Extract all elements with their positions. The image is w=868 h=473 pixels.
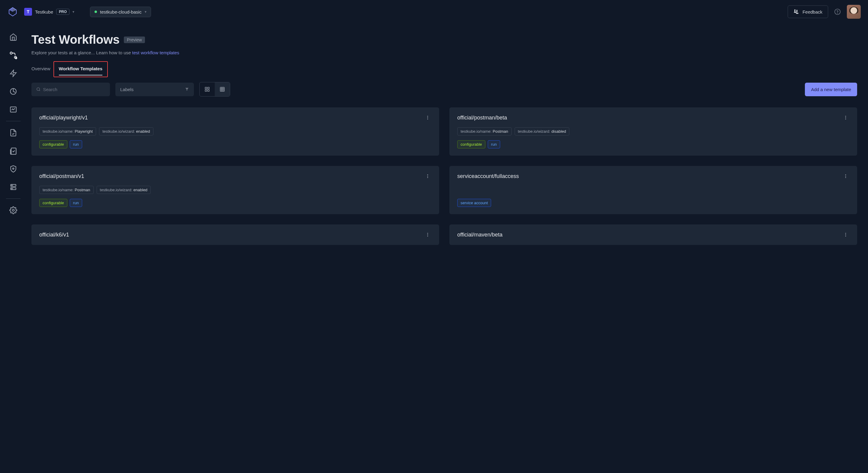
env-selector[interactable]: testkube-cloud-basic ▾ <box>90 7 151 17</box>
svg-point-34 <box>845 119 846 120</box>
search-input[interactable] <box>43 87 105 92</box>
app-header: T Testkube PRO ▾ testkube-cloud-basic ▾ … <box>0 0 868 24</box>
info-tag: testkube.io/name: Postman <box>39 186 94 194</box>
svg-point-17 <box>12 209 14 211</box>
status-tag: run <box>70 199 82 207</box>
info-tag: testkube.io/name: Postman <box>457 127 512 135</box>
svg-point-15 <box>12 185 12 186</box>
templates-link[interactable]: test workflow templates <box>132 50 179 55</box>
template-card[interactable]: official/playwright/v1testkube.io/name: … <box>31 107 439 156</box>
svg-rect-20 <box>205 87 207 89</box>
info-tag: testkube.io/name: Playwright <box>39 127 96 135</box>
card-menu-icon[interactable] <box>842 114 849 122</box>
cards-grid: official/playwright/v1testkube.io/name: … <box>31 107 857 245</box>
org-badge: T <box>24 8 32 16</box>
svg-point-6 <box>10 52 12 54</box>
svg-point-12 <box>13 168 14 169</box>
search-box[interactable] <box>31 83 110 96</box>
app-logo[interactable] <box>7 6 18 17</box>
svg-point-46 <box>845 236 846 236</box>
labels-select[interactable]: Labels <box>115 83 194 96</box>
page-subtitle: Explore your tests at a glance... Learn … <box>31 50 857 55</box>
tab-workflow-templates[interactable]: Workflow Templates <box>59 64 102 75</box>
status-dot-icon <box>95 10 97 13</box>
help-icon[interactable] <box>834 8 841 15</box>
sidebar-workflows[interactable]: + <box>9 51 18 60</box>
sidebar-divider <box>6 121 21 121</box>
sidebar-insights[interactable] <box>9 105 18 114</box>
svg-point-39 <box>845 176 846 177</box>
card-menu-icon[interactable] <box>424 114 431 122</box>
sidebar-home[interactable] <box>9 33 18 41</box>
status-tag: service account <box>457 199 491 207</box>
labels-placeholder: Labels <box>120 87 133 92</box>
svg-point-16 <box>12 188 12 189</box>
add-template-button[interactable]: Add a new template <box>805 83 857 96</box>
tabs: Overview Workflow Templates <box>31 64 857 75</box>
svg-point-29 <box>427 116 428 117</box>
svg-point-36 <box>427 176 428 177</box>
sidebar-settings[interactable] <box>9 206 18 214</box>
chevron-down-icon: ▾ <box>145 10 147 14</box>
svg-point-31 <box>427 119 428 120</box>
card-title: official/k6/v1 <box>39 232 69 238</box>
sidebar-tests[interactable] <box>9 129 18 137</box>
svg-point-37 <box>427 177 428 178</box>
info-tag: testkube.io/wizard: enabled <box>97 186 151 194</box>
feedback-button[interactable]: Feedback <box>788 5 828 18</box>
env-name: testkube-cloud-basic <box>100 9 142 14</box>
filters-row: Labels Add a new template <box>31 82 857 97</box>
svg-point-18 <box>37 88 40 91</box>
sidebar-sources[interactable] <box>9 183 18 191</box>
page-title: Test Workflows <box>31 33 120 46</box>
svg-rect-21 <box>208 87 209 89</box>
svg-point-41 <box>427 233 428 234</box>
org-selector[interactable]: T Testkube PRO ▾ <box>23 7 75 17</box>
tab-overview[interactable]: Overview <box>31 64 51 75</box>
svg-rect-0 <box>794 9 795 12</box>
svg-rect-24 <box>220 87 224 92</box>
sidebar-analytics[interactable] <box>9 87 18 96</box>
card-menu-icon[interactable] <box>842 232 849 239</box>
svg-point-38 <box>845 174 846 175</box>
feedback-label: Feedback <box>803 9 823 14</box>
svg-point-40 <box>845 177 846 178</box>
card-title: official/playwright/v1 <box>39 114 88 121</box>
info-tag: testkube.io/wizard: enabled <box>99 127 153 135</box>
svg-point-32 <box>845 116 846 117</box>
grid-view-button[interactable] <box>199 82 215 96</box>
svg-point-42 <box>427 234 428 235</box>
card-title: official/maven/beta <box>457 232 502 238</box>
user-avatar[interactable] <box>847 5 861 19</box>
status-tag: configurable <box>39 199 67 207</box>
svg-point-43 <box>427 236 428 236</box>
status-tag: configurable <box>457 140 485 148</box>
org-name: Testkube <box>35 9 53 14</box>
filter-icon <box>185 87 189 92</box>
sidebar-triggers[interactable] <box>9 69 18 77</box>
svg-rect-2 <box>794 12 797 13</box>
svg-point-35 <box>427 174 428 175</box>
svg-marker-10 <box>10 70 16 77</box>
svg-text:+: + <box>16 57 17 60</box>
sidebar-testsuites[interactable] <box>9 146 18 155</box>
card-menu-icon[interactable] <box>842 173 849 180</box>
slack-icon <box>794 9 800 15</box>
svg-point-45 <box>845 234 846 235</box>
card-title: official/postman/beta <box>457 114 507 121</box>
view-toggle <box>199 82 230 97</box>
sidebar-security[interactable] <box>9 165 18 173</box>
main-content: Test Workflows Preview Explore your test… <box>27 24 868 245</box>
sidebar: + <box>0 24 27 245</box>
svg-rect-3 <box>796 13 798 13</box>
template-card[interactable]: official/postman/v1testkube.io/name: Pos… <box>31 166 439 214</box>
card-menu-icon[interactable] <box>424 232 431 239</box>
template-card[interactable]: official/k6/v1 <box>31 225 439 245</box>
card-menu-icon[interactable] <box>424 173 431 180</box>
template-card[interactable]: serviceaccount/fullaccessservice account <box>450 166 857 214</box>
template-card[interactable]: official/postman/betatestkube.io/name: P… <box>450 107 857 156</box>
template-card[interactable]: official/maven/beta <box>450 225 857 245</box>
list-view-button[interactable] <box>215 82 230 96</box>
svg-point-30 <box>427 117 428 118</box>
svg-point-44 <box>845 233 846 234</box>
